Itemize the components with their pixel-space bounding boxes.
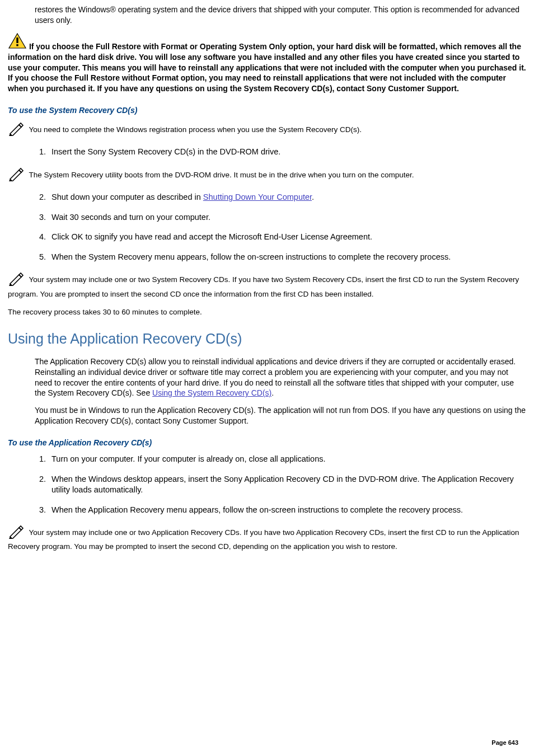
sysrec-step2: Shut down your computer as described in … (48, 192, 526, 203)
sysrec-step1: Insert the Sony System Recovery CD(s) in… (48, 147, 526, 158)
pencil-icon (8, 121, 25, 139)
apprec-heading: To use the Application Recovery CD(s) (8, 438, 526, 448)
pencil-icon (8, 167, 25, 184)
sysrec-step2-b: . (312, 192, 314, 201)
warning-text: If you choose the Full Restore with Form… (8, 42, 526, 93)
link-using-system-recovery[interactable]: Using the System Recovery CD(s) (152, 388, 271, 397)
intro-paragraph: restores the Windows® operating system a… (35, 4, 526, 26)
sysrec-step4: Click OK to signify you have read and ac… (48, 232, 526, 243)
sysrec-note2: The System Recovery utility boots from t… (8, 167, 526, 184)
apprec-p2: You must be in Windows to run the Applic… (35, 405, 526, 426)
svg-rect-1 (16, 37, 18, 43)
warning-icon (8, 32, 27, 52)
apprec-p1-a: The Application Recovery CD(s) allow you… (35, 357, 516, 398)
apprec-step3: When the Application Recovery menu appea… (48, 505, 526, 516)
warning-block: If you choose the Full Restore with Form… (8, 32, 526, 94)
svg-rect-2 (16, 44, 18, 46)
link-shutting-down[interactable]: Shutting Down Your Computer (203, 192, 312, 201)
apprec-note1: Your system may include one or two Appli… (8, 524, 526, 552)
sysrec-step3: Wait 30 seconds and turn on your compute… (48, 212, 526, 223)
sysrec-note1: You need to complete the Windows registr… (8, 121, 526, 139)
apprec-step1: Turn on your computer. If your computer … (48, 454, 526, 465)
sysrec-note1-text: You need to complete the Windows registr… (29, 125, 362, 134)
sysrec-heading: To use the System Recovery CD(s) (8, 105, 526, 116)
pencil-icon (8, 524, 25, 542)
apprec-p1: The Application Recovery CD(s) allow you… (35, 356, 526, 399)
sysrec-note2-text: The System Recovery utility boots from t… (29, 171, 414, 179)
apprec-note1-text: Your system may include one or two Appli… (8, 528, 519, 551)
pencil-icon (8, 271, 25, 289)
apprec-p1-b: . (271, 388, 274, 397)
apprec-step2: When the Windows desktop appears, insert… (48, 474, 526, 496)
page-number: Page 643 (491, 739, 518, 747)
sysrec-note4: The recovery process takes 30 to 60 minu… (8, 307, 526, 317)
sysrec-note3: Your system may include one or two Syste… (8, 271, 526, 299)
sysrec-note3-text: Your system may include one or two Syste… (8, 276, 519, 298)
sysrec-step2-a: Shut down your computer as described in (51, 192, 203, 201)
apprec-title: Using the Application Recovery CD(s) (8, 330, 526, 349)
sysrec-step5: When the System Recovery menu appears, f… (48, 252, 526, 263)
